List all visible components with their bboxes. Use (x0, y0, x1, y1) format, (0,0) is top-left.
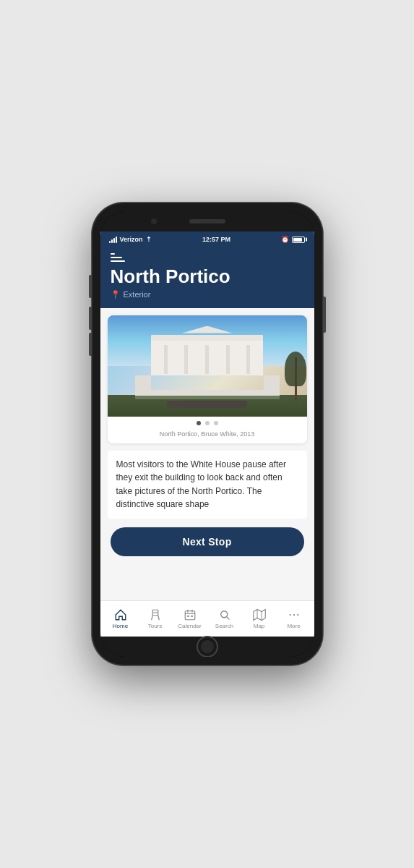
phone-top-bar (100, 211, 314, 231)
column-2 (184, 345, 188, 374)
hamburger-line-3 (111, 260, 125, 262)
tab-calendar[interactable]: Calendar (173, 605, 207, 632)
base-connector (151, 390, 264, 396)
wifi-icon: ⇡ (146, 236, 152, 243)
right-wing (264, 375, 280, 396)
status-right: ⏰ (281, 236, 305, 243)
dot-1[interactable] (197, 421, 201, 425)
tab-calendar-label: Calendar (178, 623, 201, 629)
menu-button[interactable] (111, 253, 128, 262)
svg-point-13 (293, 614, 294, 616)
pediment (182, 326, 233, 333)
column-1 (164, 345, 168, 374)
phone-bottom-bar (100, 637, 314, 657)
home-icon (114, 608, 127, 621)
dot-3[interactable] (214, 421, 218, 425)
location-row: 📍 Exterior (111, 290, 304, 299)
alarm-icon: ⏰ (281, 236, 289, 243)
status-time: 12:57 PM (202, 236, 230, 243)
lawn-strip (135, 396, 280, 399)
tab-more-label: More (287, 623, 300, 629)
driveway (167, 401, 246, 408)
dot-2[interactable] (205, 421, 210, 425)
pediment-row (135, 326, 280, 333)
svg-marker-9 (253, 610, 265, 621)
svg-point-14 (297, 614, 298, 616)
signal-bar-1 (109, 241, 111, 243)
location-pin-icon: 📍 (111, 290, 121, 299)
signal-bar-2 (111, 239, 113, 243)
page-title: North Portico (111, 266, 304, 287)
description-text: Most visitors to the White House pause a… (108, 451, 307, 519)
front-camera (151, 218, 157, 224)
column-3 (205, 345, 209, 374)
svg-line-8 (226, 617, 228, 619)
roof (151, 335, 263, 341)
signal-bar-3 (113, 238, 115, 243)
tab-map-label: Map (254, 623, 265, 629)
more-icon (288, 608, 301, 621)
right-tree (295, 357, 297, 401)
tours-icon (149, 608, 162, 621)
svg-rect-6 (191, 616, 192, 617)
tab-tours[interactable]: Tours (138, 605, 173, 632)
phone-device: Verizon ⇡ 12:57 PM ⏰ North Po (92, 203, 323, 665)
column-5 (246, 345, 250, 374)
hamburger-line-1 (111, 253, 115, 255)
tab-home-label: Home (113, 623, 128, 629)
main-body (151, 341, 263, 375)
tab-bar: Home Tours (100, 600, 314, 637)
phone-screen: Verizon ⇡ 12:57 PM ⏰ North Po (100, 231, 314, 637)
left-wing (135, 375, 151, 396)
svg-rect-1 (185, 611, 195, 620)
building-container (135, 326, 280, 399)
phone-screen-wrapper: Verizon ⇡ 12:57 PM ⏰ North Po (100, 211, 314, 657)
signal-bar-4 (116, 237, 117, 243)
next-stop-button[interactable]: Next Stop (111, 527, 304, 556)
wings-row (135, 375, 280, 396)
carrier-label: Verizon (120, 236, 143, 243)
image-carousel[interactable]: North Portico, Bruce White, 2013 (108, 315, 307, 443)
tab-tours-label: Tours (148, 623, 163, 629)
map-icon (253, 608, 266, 621)
status-bar: Verizon ⇡ 12:57 PM ⏰ (100, 231, 314, 247)
content-area: North Portico, Bruce White, 2013 Most vi… (100, 308, 314, 600)
tab-search-label: Search (215, 623, 233, 629)
carousel-dots (108, 417, 307, 428)
svg-point-12 (289, 614, 290, 616)
carousel-image (108, 315, 307, 417)
image-caption: North Portico, Bruce White, 2013 (108, 428, 307, 443)
svg-rect-5 (187, 616, 189, 617)
tab-map[interactable]: Map (242, 605, 277, 632)
app-header: North Portico 📍 Exterior (100, 247, 314, 308)
signal-bars (109, 236, 117, 243)
hamburger-line-2 (111, 257, 122, 258)
tab-home[interactable]: Home (103, 605, 138, 632)
battery-fill (293, 238, 301, 242)
search-icon (218, 608, 231, 621)
location-label: Exterior (124, 290, 151, 299)
column-4 (226, 345, 230, 374)
tab-search[interactable]: Search (207, 605, 242, 632)
battery-indicator (292, 237, 305, 243)
phone-speaker (189, 219, 225, 224)
status-left: Verizon ⇡ (109, 236, 152, 243)
tab-more[interactable]: More (277, 605, 311, 632)
home-button[interactable] (197, 636, 218, 657)
calendar-icon (184, 608, 197, 621)
